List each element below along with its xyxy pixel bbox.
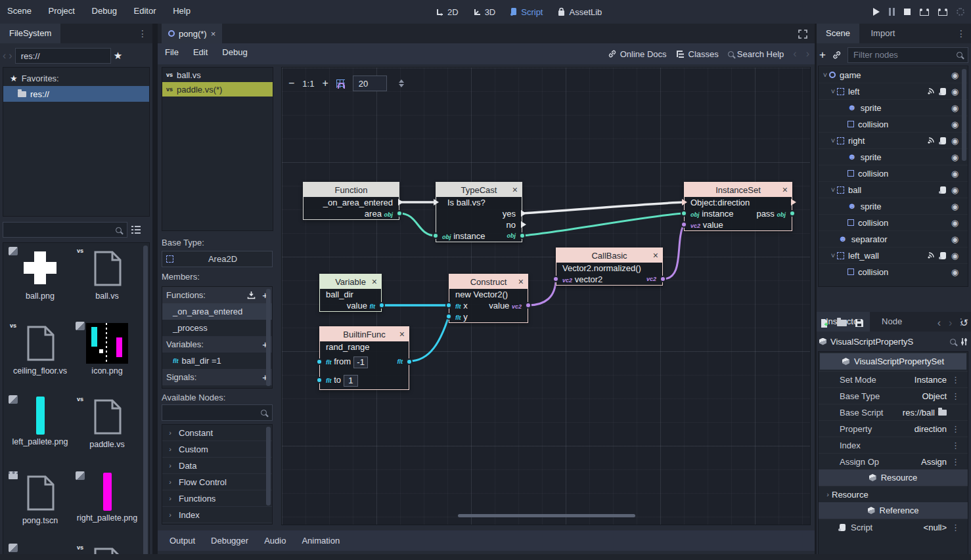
property-menu-icon[interactable]: ⋮: [951, 457, 960, 467]
function-item-process[interactable]: _process: [162, 320, 272, 336]
seq-in-port[interactable]: [682, 199, 687, 205]
script-menu-file[interactable]: File: [158, 42, 186, 66]
tree-row-game[interactable]: ˅ game ◉: [819, 66, 968, 83]
save-resource-icon[interactable]: [855, 318, 864, 328]
close-node-icon[interactable]: ×: [372, 274, 377, 289]
tree-row-collision[interactable]: collision ◉: [819, 214, 968, 230]
script-attached-icon[interactable]: [940, 186, 946, 194]
list-view-toggle-icon[interactable]: [131, 225, 141, 234]
file-item[interactable]: pong.tscn: [7, 471, 73, 526]
vec2-in-port[interactable]: [553, 276, 559, 282]
obj-out-port[interactable]: [519, 232, 526, 239]
fs-search-input[interactable]: [3, 222, 127, 238]
wire-seq-yes-instanceset[interactable]: [522, 202, 684, 213]
online-docs-button[interactable]: Online Docs: [608, 49, 667, 59]
script-menu-edit[interactable]: Edit: [186, 42, 215, 66]
float-out-port[interactable]: [378, 302, 385, 309]
obj-out-port[interactable]: [789, 210, 796, 217]
section-reference[interactable]: Reference: [819, 502, 968, 519]
category-constant[interactable]: ›Constant: [162, 425, 272, 441]
visibility-eye-icon[interactable]: ◉: [951, 87, 959, 97]
float-in-port[interactable]: [445, 302, 452, 309]
search-help-button[interactable]: Search Help: [728, 49, 784, 59]
tab-scene[interactable]: Scene: [817, 24, 859, 43]
file-item[interactable]: vs ball.vs: [74, 247, 140, 301]
script-item-ball[interactable]: vs ball.vs: [162, 68, 273, 82]
vec2-out-port[interactable]: [660, 276, 666, 282]
node-typecast[interactable]: TypeCast× Is ball.vs? yes no obj instanc…: [436, 182, 522, 242]
filter-nodes-input[interactable]: Filter nodes: [847, 47, 968, 63]
new-resource-icon[interactable]: [819, 318, 829, 328]
play-custom-scene-button[interactable]: [938, 9, 947, 16]
property-menu-icon[interactable]: ⋮: [951, 391, 960, 401]
visibility-eye-icon[interactable]: ◉: [951, 234, 959, 244]
mode-3d-button[interactable]: 3D: [468, 0, 501, 24]
snap-step-spinner[interactable]: [399, 79, 404, 87]
property-row-base-type[interactable]: Base Type Object ⋮: [819, 387, 968, 404]
node-call-basic[interactable]: CallBasic× Vector2.normalized() vc2 vect…: [556, 248, 663, 286]
variable-item-ball-dir[interactable]: flt ball_dir =1: [162, 353, 272, 369]
close-node-icon[interactable]: ×: [512, 183, 518, 197]
tree-row-sprite[interactable]: ☻ sprite ◉: [819, 148, 968, 165]
tools-icon[interactable]: [960, 337, 968, 346]
wire-randrange-y[interactable]: [409, 316, 449, 361]
seq-out-port[interactable]: [398, 199, 403, 205]
vec2-in-port[interactable]: [681, 221, 687, 228]
tree-row-ball[interactable]: ˅ ball ◉: [819, 181, 968, 198]
tree-row-collision[interactable]: collision ◉: [819, 165, 968, 181]
tree-row-collision[interactable]: collision ◉: [819, 116, 968, 132]
visibility-eye-icon[interactable]: ◉: [951, 169, 959, 179]
tab-import[interactable]: Import: [862, 24, 905, 43]
tree-row-right[interactable]: ˅ right ◉: [819, 132, 968, 148]
menu-help[interactable]: Help: [166, 0, 198, 24]
zoom-out-button[interactable]: −: [288, 77, 294, 89]
dock-menu-icon[interactable]: ⋮: [138, 28, 147, 39]
node-construct-header[interactable]: Construct×: [449, 274, 528, 289]
close-node-icon[interactable]: ×: [782, 183, 788, 197]
node-builtin-func-header[interactable]: BuiltinFunc×: [320, 327, 409, 341]
tree-row-separator[interactable]: ☻ separator ◉: [819, 230, 968, 247]
instance-scene-icon[interactable]: [832, 50, 842, 60]
object-class-header[interactable]: VisualScriptPropertySet: [820, 353, 966, 370]
tab-output[interactable]: Output: [163, 536, 202, 546]
property-menu-icon[interactable]: ⋮: [951, 523, 960, 532]
menu-scene[interactable]: Scene: [0, 0, 39, 24]
script-attached-icon[interactable]: [940, 252, 946, 259]
play-scene-button[interactable]: [920, 9, 929, 16]
node-instance-set[interactable]: InstanceSet× Object:direction obj instan…: [684, 182, 792, 231]
snap-grid-icon[interactable]: [336, 79, 345, 88]
add-node-button[interactable]: +: [819, 49, 826, 62]
node-variable-header[interactable]: Variable×: [320, 274, 381, 289]
snap-step-input[interactable]: 20: [353, 75, 387, 91]
visibility-eye-icon[interactable]: ◉: [951, 103, 959, 113]
float-in-port[interactable]: [445, 313, 452, 320]
category-flow-control[interactable]: ›Flow Control: [162, 474, 272, 490]
tab-filesystem[interactable]: FileSystem: [0, 24, 60, 43]
property-search-icon[interactable]: [950, 339, 956, 345]
history-back-button[interactable]: ‹: [937, 317, 941, 329]
section-resource[interactable]: Resource: [819, 469, 968, 486]
tree-row-left[interactable]: ˅ left ◉: [819, 83, 968, 99]
pause-button[interactable]: [889, 8, 895, 16]
mode-assetlib-button[interactable]: AssetLib: [552, 0, 607, 24]
scene-tab-pong[interactable]: pong(*) ×: [162, 24, 222, 43]
available-nodes-search-input[interactable]: [162, 404, 273, 421]
close-node-icon[interactable]: ×: [399, 327, 405, 341]
tree-row-sprite[interactable]: ☻ sprite ◉: [819, 99, 968, 116]
visibility-eye-icon[interactable]: ◉: [951, 152, 959, 162]
category-custom[interactable]: ›Custom: [162, 441, 272, 458]
visibility-eye-icon[interactable]: ◉: [951, 218, 959, 228]
to-default-input[interactable]: 1: [344, 375, 358, 387]
vec2-out-port[interactable]: [525, 302, 531, 309]
file-item[interactable]: left_pallete.png: [7, 395, 73, 447]
help-back-button[interactable]: ‹: [793, 48, 796, 60]
script-attached-icon[interactable]: [940, 88, 946, 95]
close-node-icon[interactable]: ×: [518, 274, 524, 289]
scene-tree-scrollbar[interactable]: [962, 69, 966, 161]
distraction-free-icon[interactable]: [798, 29, 808, 39]
property-row-script[interactable]: Script <null> ⋮: [819, 519, 968, 535]
visibility-eye-icon[interactable]: ◉: [951, 251, 959, 261]
tree-row-left-wall[interactable]: ˅ left_wall ◉: [819, 247, 968, 263]
property-row-set-mode[interactable]: Set Mode Instance ⋮: [819, 371, 968, 387]
zoom-in-button[interactable]: +: [322, 77, 328, 89]
